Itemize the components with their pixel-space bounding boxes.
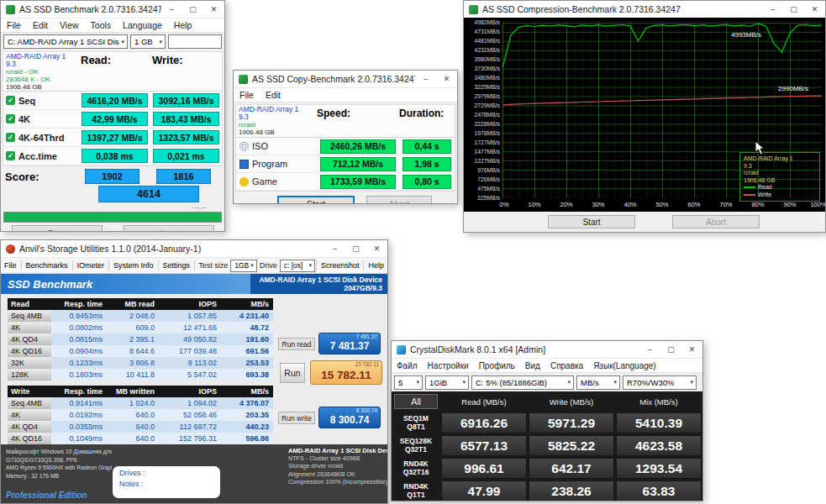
run-button[interactable]: Run [280, 363, 305, 383]
disk-title: AMD-RAID Array 1 SCSI Disk Device 2047GB… [288, 447, 387, 454]
total-score-row: 4614 [1, 186, 224, 203]
cell: 32K [8, 357, 51, 369]
run-write-button[interactable]: Run write [278, 412, 315, 424]
cell: 253.53 [221, 359, 273, 367]
score-row: Score: 1902 1816 [1, 167, 224, 186]
test-count-select[interactable]: 5 ▾ [394, 375, 423, 390]
comment-input[interactable] [168, 34, 222, 49]
menu-profile[interactable]: Профиль [474, 361, 520, 370]
close-icon[interactable]: ✕ [804, 1, 825, 18]
menu-system-info[interactable]: System Info [110, 261, 157, 270]
menu-settings[interactable]: Настройки [423, 361, 474, 370]
test-run-button[interactable]: SEQ1M Q8T1 [392, 412, 440, 434]
run-read-button[interactable]: Run read [278, 338, 315, 350]
menu-view[interactable]: View [54, 20, 85, 30]
menu-help[interactable]: Help [365, 261, 387, 270]
close-icon[interactable]: ✕ [681, 341, 702, 358]
x-tick: 100% [810, 201, 826, 208]
col-header: Read [8, 300, 51, 308]
start-button[interactable]: Start [12, 225, 103, 232]
unit-select[interactable]: MB/s ▾ [576, 375, 620, 390]
read-column-header: Read (MB/s) [440, 397, 528, 407]
table-row-iso: ISO 2460,26 MB/s 0,44 s [236, 138, 455, 155]
start-button[interactable]: Start [548, 215, 635, 228]
test-size-select[interactable]: 1 GB ▾ [130, 34, 166, 49]
titlebar[interactable]: AS SSD Compression-Benchmark 2.0.7316.34… [464, 1, 825, 18]
cell: 0.1803ms [51, 370, 107, 379]
button-row: Start Abort [234, 196, 457, 204]
drive-select[interactable]: c: [os] ▾ [280, 260, 315, 272]
game-speed-value: 1733,59 MB/s [320, 175, 396, 189]
menu-file[interactable]: File [234, 90, 260, 100]
menu-tools[interactable]: Tools [85, 20, 118, 30]
chevron-down-icon: ▾ [308, 262, 312, 269]
target-drive-select[interactable]: C: 5% (85/1886GiB) ▾ [471, 375, 574, 390]
cell: 49 050.82 [159, 335, 221, 344]
titlebar[interactable]: AS SSD Copy-Benchmark 2.0.7316.34247 – ✕ [234, 71, 457, 88]
unit-value: MB/s [581, 378, 612, 387]
cell: 112 697.72 [159, 423, 221, 431]
minimize-icon[interactable]: – [324, 240, 345, 257]
minimize-icon[interactable]: – [762, 1, 783, 18]
menu-language[interactable]: Language [117, 20, 168, 30]
menu-screenshot[interactable]: Screenshot [318, 261, 363, 270]
x-tick: 60% [687, 201, 700, 208]
drive-select[interactable]: C: AMD-RAID Array 1 SCSI Disk Device ▾ [3, 34, 128, 49]
cell: 4K QD4 [8, 421, 51, 433]
menu-file[interactable]: Файл [392, 361, 423, 370]
run-all-button[interactable]: All [394, 394, 438, 409]
test-size-select[interactable]: 1GiB ▾ [425, 375, 469, 390]
menu-benchmarks[interactable]: Benchmarks [23, 261, 71, 270]
menu-help[interactable]: Help [168, 20, 198, 30]
titlebar[interactable]: AS SSD Benchmark 2.0.7316.34247 – ▢ ✕ [1, 1, 224, 18]
menu-view[interactable]: Вид [520, 361, 545, 370]
window-controls: – ▢ ✕ [161, 1, 224, 18]
device-capacity: 2047GB/9.3 [259, 284, 382, 292]
cell: 4K QD16 [8, 345, 51, 357]
write-value: 238.26 [529, 480, 614, 501]
window-title: Anvil's Storage Utilities 1.1.0 (2014-Ja… [19, 244, 201, 254]
test-run-button[interactable]: RND4K Q1T1 [392, 480, 440, 501]
maximize-icon[interactable]: ▢ [660, 341, 681, 358]
legend-write-label: Write [758, 192, 771, 199]
menu-help[interactable]: Справка [545, 361, 588, 370]
close-icon[interactable]: ✕ [366, 240, 387, 257]
menubar: File Edit [234, 88, 457, 102]
menu-language[interactable]: Язык(Language) [588, 361, 661, 370]
start-button[interactable]: Start [277, 196, 355, 204]
mix-ratio-select[interactable]: R70%/W30% ▾ [623, 375, 697, 390]
device-banner: AMD-RAID Array 1 SCSI Disk Device 2047GB… [250, 274, 387, 294]
abort-button[interactable]: Abort [672, 215, 760, 228]
minimize-icon[interactable]: – [639, 341, 660, 358]
write-value: 5825.22 [529, 435, 614, 456]
game-icon [239, 177, 249, 186]
menu-edit[interactable]: Edit [260, 90, 287, 100]
menu-settings[interactable]: Settings [160, 261, 194, 270]
minimize-icon[interactable]: – [161, 1, 182, 18]
menu-file[interactable]: File [1, 20, 27, 30]
test-run-button[interactable]: RND4K Q32T16 [392, 457, 440, 480]
test-run-button[interactable]: SEQ128K Q32T1 [392, 434, 440, 457]
x-axis-labels: 0% 10% 20% 30% 40% 50% 60% 70% 80% 90% 1… [464, 201, 825, 209]
test-size-select[interactable]: 1GB ▾ [230, 260, 257, 272]
cell: 3 806.8 [107, 359, 159, 367]
titlebar[interactable]: Anvil's Storage Utilities 1.1.0 (2014-Ja… [1, 240, 387, 258]
menu-edit[interactable]: Edit [27, 20, 54, 30]
drives-notes-box[interactable]: Drives : Notes : [113, 466, 220, 498]
cell: 152 796.31 [159, 434, 221, 443]
menu-file[interactable]: File [1, 261, 20, 270]
cpu-info: AMD Ryzen 9 5900HX with Radeon Graphics [6, 464, 112, 472]
abort-button[interactable]: Abort [124, 225, 214, 232]
maximize-icon[interactable]: ▢ [345, 240, 366, 257]
maximize-icon[interactable]: ▢ [182, 1, 203, 18]
legend-read-label: Read [758, 184, 772, 192]
minimize-icon[interactable]: – [415, 71, 436, 87]
y-tick: 2729MB/s [464, 102, 500, 108]
maximize-icon[interactable]: ▢ [783, 1, 804, 18]
abort-button[interactable]: Abort [366, 196, 432, 204]
close-icon[interactable]: ✕ [436, 71, 457, 87]
close-icon[interactable]: ✕ [203, 1, 224, 18]
titlebar[interactable]: CrystalDiskMark 8.0.1 x64 [Admin] – ▢ ✕ [392, 341, 702, 359]
read-score-small: 7 481.37 [319, 333, 380, 340]
menu-iometer[interactable]: IOmeter [74, 261, 108, 270]
